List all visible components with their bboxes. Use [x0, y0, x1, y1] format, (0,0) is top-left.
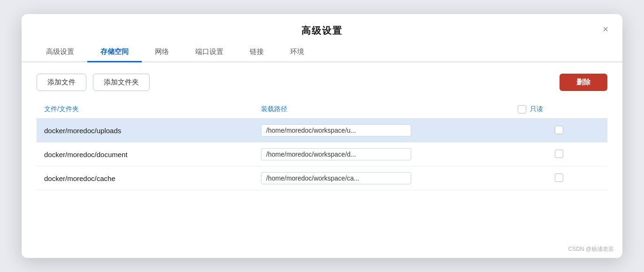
mount-cell: /home/moredoc/workspace/u...	[253, 119, 510, 143]
header-checkbox[interactable]	[518, 105, 526, 113]
col-file-header: 文件/文件夹	[37, 100, 253, 119]
table-row[interactable]: docker/moredoc/uploads /home/moredoc/wor…	[37, 119, 607, 143]
readonly-checkbox[interactable]	[555, 126, 563, 134]
tab-advanced[interactable]: 高级设置	[33, 43, 87, 62]
col-mount-header: 装载路径	[253, 100, 510, 119]
close-button[interactable]: ×	[599, 23, 612, 36]
col-readonly-header: 只读	[510, 100, 607, 119]
table-row[interactable]: docker/moredoc/cache /home/moredoc/works…	[37, 166, 607, 190]
add-folder-button[interactable]: 添加文件夹	[93, 74, 150, 91]
storage-table: 文件/文件夹 装载路径 只读 docker/moredoc/uploads /h…	[37, 100, 607, 190]
readonly-cell	[510, 166, 607, 190]
file-cell: docker/moredoc/uploads	[37, 119, 253, 143]
file-cell: docker/moredoc/document	[37, 143, 253, 166]
readonly-cell	[510, 143, 607, 166]
mount-value: /home/moredoc/workspace/d...	[261, 148, 411, 160]
mount-cell: /home/moredoc/workspace/d...	[253, 143, 510, 166]
tab-links[interactable]: 链接	[237, 43, 277, 62]
toolbar: 添加文件 添加文件夹 删除	[37, 74, 607, 91]
tab-ports[interactable]: 端口设置	[182, 43, 237, 62]
readonly-cell	[510, 119, 607, 143]
readonly-checkbox[interactable]	[555, 150, 563, 158]
dialog-title: 高级设置	[301, 25, 343, 36]
tab-env[interactable]: 环境	[277, 43, 317, 62]
watermark: CSDN @杨浦老苏	[568, 245, 614, 253]
tabs-container: 高级设置 存储空间 网络 端口设置 链接 环境	[22, 43, 622, 62]
advanced-settings-dialog: 高级设置 × 高级设置 存储空间 网络 端口设置 链接 环境 添加文件 添加文件…	[22, 14, 622, 258]
tab-content: 添加文件 添加文件夹 删除 文件/文件夹 装载路径 只读	[22, 62, 622, 202]
mount-cell: /home/moredoc/workspace/ca...	[253, 166, 510, 190]
mount-value: /home/moredoc/workspace/u...	[261, 124, 411, 136]
readonly-checkbox[interactable]	[555, 174, 563, 182]
delete-button[interactable]: 删除	[560, 74, 607, 91]
table-row[interactable]: docker/moredoc/document /home/moredoc/wo…	[37, 143, 607, 166]
file-cell: docker/moredoc/cache	[37, 166, 253, 190]
dialog-header: 高级设置 ×	[22, 14, 622, 37]
tab-network[interactable]: 网络	[142, 43, 182, 62]
add-file-button[interactable]: 添加文件	[37, 74, 86, 91]
mount-value: /home/moredoc/workspace/ca...	[261, 172, 411, 184]
tab-storage[interactable]: 存储空间	[87, 43, 142, 62]
